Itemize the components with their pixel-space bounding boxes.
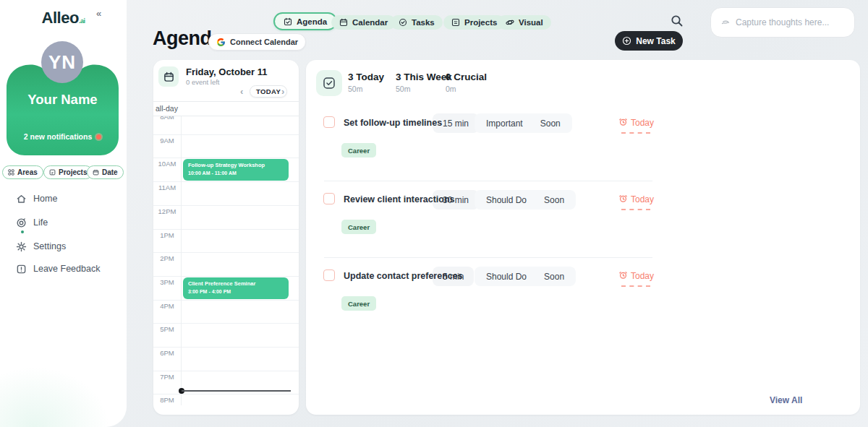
task-row: 30 min Should Do Soon Review client inte… [306, 189, 860, 265]
calendar-icon [163, 72, 174, 82]
hour-line [153, 371, 299, 371]
capture-box [710, 7, 855, 38]
calendar-header-icon-box [158, 66, 179, 87]
calendar-date-title: Friday, October 11 [186, 66, 267, 77]
calendar-panel: Friday, October 11 0 event left ‹ TODAY … [153, 60, 299, 415]
notifications[interactable]: 2 new notifications [7, 132, 119, 141]
task-priority-pill[interactable]: Should Do Soon [475, 267, 576, 286]
all-day-row[interactable]: all-day [153, 101, 299, 116]
sidebar-item-life[interactable]: Life [0, 215, 127, 230]
hour-label: 9AM [153, 137, 181, 145]
tab-projects[interactable]: Projects [443, 15, 505, 30]
task-tag[interactable]: Career [341, 220, 376, 234]
filter-projects[interactable]: Projects [43, 165, 93, 179]
sidebar-item-leave-feedback[interactable]: Leave Feedback [0, 261, 127, 277]
hour-line [153, 205, 299, 206]
tab-visual[interactable]: Visual [498, 15, 551, 30]
home-icon [16, 194, 27, 204]
hour-label: 8PM [153, 396, 181, 404]
grid-icon [8, 169, 14, 176]
stat-today-count: 3 Today [348, 72, 384, 82]
task-tag[interactable]: Career [341, 296, 376, 311]
task-checkbox[interactable] [323, 116, 335, 128]
calendar-icon [93, 169, 99, 176]
current-time-line [182, 390, 291, 392]
target-icon [16, 217, 27, 228]
search-button[interactable] [671, 14, 685, 29]
task-title[interactable]: Update contact preferences [344, 271, 463, 281]
view-all-link[interactable]: View All [770, 395, 802, 405]
hour-label: 4PM [153, 302, 181, 310]
hour-label: 1PM [153, 231, 181, 239]
prev-day-button[interactable]: ‹ [240, 86, 243, 97]
orbit-icon [506, 18, 514, 27]
hour-label: 2PM [153, 254, 181, 262]
hour-label: 7PM [153, 373, 181, 381]
hour-line [153, 229, 299, 230]
row-divider [324, 181, 652, 181]
task-title[interactable]: Set follow-up timelines [344, 118, 442, 128]
hour-line [153, 300, 299, 301]
time-axis-divider [181, 101, 182, 405]
task-tag[interactable]: Career [341, 143, 376, 158]
stat-week-count: 3 This Week [396, 72, 452, 82]
next-day-button[interactable]: › [281, 86, 284, 97]
hour-label: 5PM [153, 325, 181, 333]
hour-line [153, 347, 299, 348]
task-row: 15 min Important Soon Set follow-up time… [306, 112, 860, 189]
notification-dot-icon [96, 134, 101, 139]
task-priority-pill[interactable]: Important Soon [475, 113, 572, 133]
due-underline [621, 132, 650, 134]
capture-input[interactable] [736, 17, 844, 27]
app-logo-suffix: .ai [79, 17, 85, 25]
life-active-dot [21, 230, 24, 233]
google-icon [216, 38, 226, 47]
sidebar: Alleo.ai « YN Your Name 2 new notificati… [0, 0, 127, 427]
hour-line [153, 181, 299, 182]
hour-line [153, 323, 299, 324]
plus-circle-icon [622, 36, 631, 46]
tab-tasks[interactable]: Tasks [391, 15, 443, 30]
agenda-icon [284, 17, 292, 26]
task-priority-pill[interactable]: Should Do Soon [475, 190, 576, 210]
sidebar-collapse-icon[interactable]: « [96, 8, 101, 19]
hour-label: 6PM [153, 349, 181, 357]
all-day-label: all-day [156, 104, 178, 113]
hour-line [153, 134, 299, 135]
filter-areas[interactable]: Areas [2, 165, 43, 179]
alarm-icon [618, 270, 628, 280]
hour-label: 12PM [153, 207, 181, 215]
tasks-panel: 3 Today 50m 3 This Week 50m 0 Crucial 0m… [306, 60, 860, 415]
task-due-label[interactable]: Today [631, 271, 654, 281]
row-divider [324, 257, 652, 258]
sidebar-item-home[interactable]: Home [0, 191, 127, 207]
alarm-icon [618, 194, 628, 203]
due-underline [621, 285, 650, 287]
tab-agenda[interactable]: Agenda [273, 12, 337, 30]
task-checkbox[interactable] [323, 193, 335, 204]
search-icon [671, 14, 684, 27]
capture-icon [721, 18, 730, 27]
stat-crucial-duration: 0m [446, 85, 456, 93]
hour-line [153, 158, 299, 158]
calendar-event[interactable]: Follow-up Strategy Workshop 10:00 AM - 1… [183, 159, 289, 181]
new-task-button[interactable]: New Task [615, 31, 683, 51]
avatar[interactable]: YN [41, 41, 83, 83]
stat-today-duration: 50m [348, 85, 362, 93]
tab-calendar[interactable]: Calendar [331, 15, 396, 30]
due-underline [621, 209, 650, 210]
task-title[interactable]: Review client interactions [344, 194, 455, 204]
calendar-event[interactable]: Client Preference Seminar 3:00 PM - 4:00… [183, 277, 289, 299]
filter-date[interactable]: Date [87, 165, 124, 179]
connect-calendar-button[interactable]: Connect Calendar [208, 33, 306, 51]
hour-label: 3PM [153, 278, 181, 286]
task-checkbox[interactable] [323, 269, 335, 281]
task-due-label[interactable]: Today [631, 194, 654, 204]
hour-line [153, 394, 299, 394]
stat-crucial-count: 0 Crucial [446, 72, 487, 82]
stat-week-duration: 50m [396, 85, 410, 93]
task-due-label[interactable]: Today [631, 118, 654, 128]
box-icon [49, 169, 56, 176]
sidebar-item-settings[interactable]: Settings [0, 238, 127, 254]
hour-line [153, 276, 299, 277]
